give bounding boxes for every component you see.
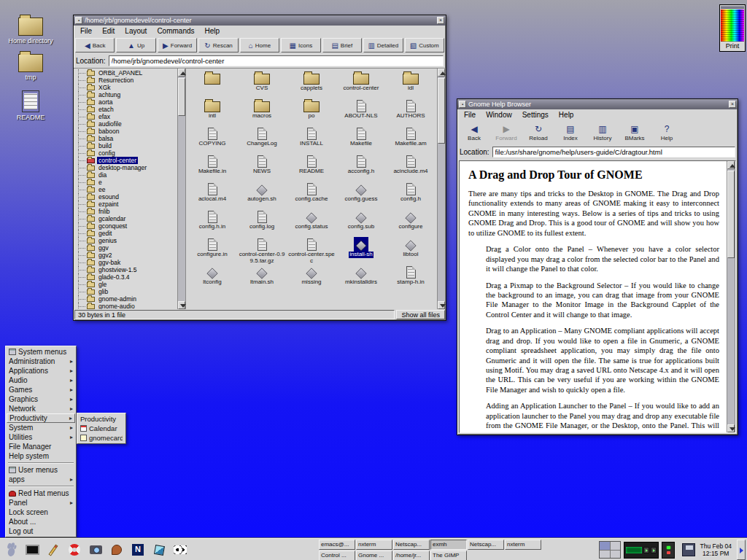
menu-item[interactable]: Red Hat menus <box>7 489 75 498</box>
menu-item[interactable]: Log out <box>7 526 75 536</box>
tree-item[interactable]: ggv-bak <box>74 259 177 266</box>
menu-item[interactable]: Help system <box>7 451 75 461</box>
file-icon-item[interactable]: AUTHORS <box>386 98 436 126</box>
modem-lights-applet[interactable] <box>662 542 675 559</box>
clock-applet[interactable]: Thu Feb 04 12:15 PM <box>698 542 734 557</box>
netscape-launcher[interactable] <box>128 540 148 560</box>
tree-item[interactable]: ezpaint <box>74 201 177 208</box>
file-icon-item[interactable]: idl <box>386 71 436 98</box>
tree-item[interactable]: glade-0.3.4 <box>74 273 177 281</box>
menu-item[interactable]: User menus <box>7 465 75 475</box>
tree-item[interactable]: build <box>74 142 177 149</box>
file-icon-item[interactable]: aclocal.m4 <box>187 182 237 209</box>
file-icon-item[interactable]: config.h.in <box>187 209 237 237</box>
cd-next-icon[interactable] <box>651 547 657 553</box>
close-icon[interactable] <box>729 101 736 108</box>
menu-item[interactable]: Lock screen <box>7 508 75 517</box>
menu-item[interactable]: Audio ▸ <box>7 376 75 385</box>
file-icon-item[interactable]: acconfig.h <box>336 154 386 182</box>
cd-play-icon[interactable] <box>643 547 649 553</box>
fm-titlebar[interactable]: /home/jrb/gnomedevel/control-center <box>74 15 446 26</box>
tree-item[interactable]: gnome-audio <box>74 303 177 309</box>
cd-player-applet[interactable] <box>624 542 659 559</box>
file-icon-item[interactable]: config.guess <box>336 182 386 209</box>
menu-item[interactable]: File Manager <box>7 442 75 451</box>
file-icon-item[interactable]: install-sh <box>336 237 386 265</box>
index-button[interactable]: ▤ Index <box>555 122 586 144</box>
pager-desk[interactable] <box>611 542 621 550</box>
menu-item[interactable]: apps ▸ <box>7 475 75 484</box>
tree-item[interactable]: aorta <box>74 98 177 106</box>
tree-item[interactable]: e <box>74 179 177 186</box>
file-icon-item[interactable]: config.log <box>237 209 287 237</box>
file-icon-item[interactable]: Makefile.in <box>187 154 237 182</box>
scroll-up-icon[interactable] <box>727 161 735 169</box>
scroll-up-icon[interactable] <box>178 69 185 77</box>
tree-item[interactable]: config <box>74 149 177 157</box>
task-button[interactable]: Gnome ... <box>356 551 392 560</box>
menu-item[interactable] <box>8 462 74 464</box>
tree-item[interactable]: dia <box>74 171 177 179</box>
file-icon-item[interactable]: ltmain.sh <box>237 265 287 292</box>
location-input[interactable] <box>492 147 735 158</box>
menu-item[interactable]: About ... <box>7 517 75 526</box>
file-icon-item[interactable]: missing <box>287 265 336 292</box>
tree-item[interactable]: genius <box>74 237 177 244</box>
tree-item[interactable]: etach <box>74 106 177 113</box>
tree-item[interactable]: ggv <box>74 244 177 252</box>
file-icon-item[interactable]: configure.in <box>187 237 237 265</box>
file-icon-item[interactable]: README <box>287 154 336 182</box>
history-button[interactable]: ▥ History <box>587 122 618 144</box>
window-menu-icon[interactable] <box>75 17 82 24</box>
3d-app-launcher[interactable] <box>149 540 169 560</box>
menu-item[interactable] <box>8 486 74 487</box>
tree-item[interactable]: glib <box>74 288 177 295</box>
menubar-item[interactable]: Help <box>200 26 225 36</box>
tree-item[interactable]: balsa <box>74 135 177 142</box>
help-button[interactable]: ? Help <box>651 122 682 144</box>
screenshot-launcher[interactable] <box>85 540 106 560</box>
help-scrollbar[interactable] <box>727 161 735 432</box>
back-button[interactable]: ◀ Back <box>459 122 489 144</box>
file-icon-item[interactable]: ABOUT-NLS <box>336 98 386 126</box>
task-button[interactable]: Control ... <box>319 551 355 560</box>
file-icon-item[interactable]: COPYING <box>187 126 237 154</box>
file-icon-item[interactable] <box>187 71 237 98</box>
file-icon-item[interactable]: capplets <box>287 71 336 98</box>
tree-item[interactable]: gconquest <box>74 222 177 230</box>
back-button[interactable]: ◀ Back <box>75 38 115 52</box>
forward-button[interactable]: ▶ Forward <box>158 38 197 52</box>
pager-desk[interactable] <box>600 542 610 550</box>
menu-item[interactable]: Utilities ▸ <box>7 432 75 442</box>
file-icon-item[interactable]: config.h <box>386 182 436 209</box>
file-icon-item[interactable]: control-center <box>336 71 386 98</box>
file-icon-item[interactable]: ChangeLog <box>237 126 287 154</box>
file-icon-item[interactable]: INSTALL <box>287 126 336 154</box>
desktop-icon[interactable]: Home directory <box>8 18 53 44</box>
menu-item[interactable]: Games ▸ <box>7 385 75 394</box>
menubar-item[interactable]: Window <box>481 110 517 120</box>
tree-item[interactable]: ee <box>74 186 177 193</box>
file-icon-item[interactable]: mkinstalldirs <box>336 265 386 292</box>
menu-item[interactable]: System ▸ <box>7 423 75 432</box>
gimp-launcher[interactable] <box>43 540 63 560</box>
file-icon-item[interactable]: configure <box>386 209 436 237</box>
menubar-item[interactable]: Help <box>554 110 579 120</box>
scroll-down-icon[interactable] <box>178 301 185 309</box>
file-icon-item[interactable]: acinclude.m4 <box>386 154 436 182</box>
tree-item[interactable]: Resurrection <box>74 77 177 84</box>
brief-view-button[interactable]: ▤ Brief <box>322 38 362 52</box>
location-input[interactable] <box>109 55 444 66</box>
file-icon-item[interactable]: Makefile <box>336 126 386 154</box>
task-button[interactable]: emacs@... <box>319 540 355 550</box>
tree-item[interactable]: gle <box>74 281 177 288</box>
tree-item[interactable]: ggv2 <box>74 252 177 259</box>
menubar-item[interactable]: Commands <box>152 26 199 36</box>
tree-item[interactable]: ghostview-1.5 <box>74 266 177 273</box>
scroll-thumb[interactable] <box>178 78 185 116</box>
tree-item[interactable]: gcalendar <box>74 215 177 222</box>
file-icon-item[interactable]: autogen.sh <box>237 182 287 209</box>
task-button[interactable]: The GIMP <box>430 551 467 560</box>
pager-desk[interactable] <box>600 551 610 559</box>
desktop-icon[interactable]: README <box>17 90 45 121</box>
